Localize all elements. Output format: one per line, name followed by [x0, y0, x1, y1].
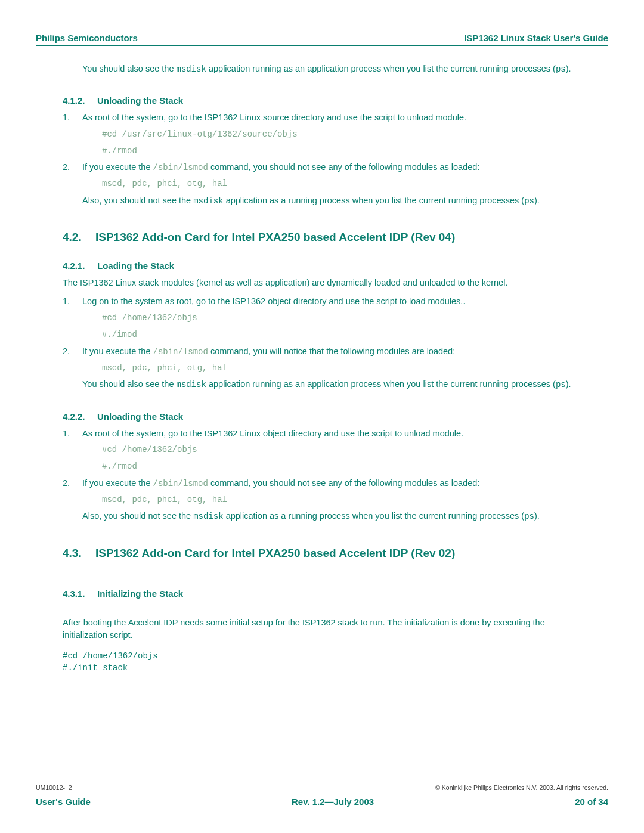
code-msdisk: msdisk [176, 64, 206, 74]
copyright: © Koninklijke Philips Electronics N.V. 2… [435, 784, 608, 791]
step-number: 1. [63, 295, 70, 308]
heading-4-3: 4.3.ISP1362 Add-on Card for Intel PXA250… [63, 547, 581, 560]
step-number: 2. [63, 161, 70, 174]
text: ). [566, 64, 571, 73]
step-text: command, you should not see any of the f… [208, 162, 479, 172]
section-number: 4.2.1. [63, 261, 97, 271]
heading-4-1-2: 4.1.2.Unloading the Stack [63, 95, 581, 106]
step-number: 2. [63, 477, 70, 490]
section-number: 4.2.2. [63, 411, 97, 422]
step-2: 2. If you execute the /sbin/lsmod comman… [63, 161, 581, 207]
code-cd: #cd /home/1362/objs [102, 312, 581, 325]
text: application running as an application pr… [206, 64, 556, 73]
section-title: Unloading the Stack [97, 411, 183, 422]
section-title: Unloading the Stack [97, 95, 183, 106]
code-lsmod: /sbin/lsmod [153, 347, 208, 357]
step-2: 2. If you execute the /sbin/lsmod comman… [63, 345, 581, 391]
code-lsmod: /sbin/lsmod [153, 163, 208, 172]
step-1: 1. As root of the system, go to the ISP1… [63, 428, 581, 473]
heading-4-2-1: 4.2.1.Loading the Stack [63, 261, 581, 271]
step-2: 2. If you execute the /sbin/lsmod comman… [63, 477, 581, 523]
footer-rule: User's Guide Rev. 1.2—July 2003 20 of 34 [36, 794, 608, 807]
footer-center: Rev. 1.2—July 2003 [292, 797, 374, 807]
footer-main-row: User's Guide Rev. 1.2—July 2003 20 of 34 [36, 797, 608, 807]
intro-4-2-1: The ISP1362 Linux stack modules (kernel … [63, 277, 581, 289]
code-modules: mscd, pdc, phci, otg, hal [102, 494, 581, 507]
step-note: Also, you should not see the msdisk appl… [82, 510, 581, 522]
code-modules: mscd, pdc, phci, otg, hal [102, 178, 581, 191]
text: You should also see the [82, 379, 176, 389]
text: Also, you should not see the [82, 196, 193, 205]
steps-4-2-2: 1. As root of the system, go to the ISP1… [63, 428, 581, 523]
header-left: Philips Semiconductors [36, 33, 138, 43]
steps-4-1-2: 1. As root of the system, go to the ISP1… [63, 112, 581, 207]
text: ). [534, 511, 540, 521]
intro-paragraph: You should also see the msdisk applicati… [82, 63, 581, 75]
text: Also, you should not see the [82, 511, 193, 521]
step-text: If you execute the [82, 162, 153, 172]
step-1: 1. As root of the system, go to the ISP1… [63, 112, 581, 157]
page-content: You should also see the msdisk applicati… [36, 63, 608, 674]
code-cd: #cd /home/1362/objs [102, 444, 581, 457]
header-right: ISP1362 Linux Stack User's Guide [464, 33, 608, 43]
text: ). [566, 379, 571, 389]
section-number: 4.3. [63, 547, 95, 560]
code-msdisk: msdisk [193, 196, 223, 206]
step-text: As root of the system, go to the ISP1362… [82, 429, 463, 438]
code-imod: #./imod [102, 329, 581, 342]
code-modules: mscd, pdc, phci, otg, hal [102, 362, 581, 375]
step-number: 2. [63, 345, 70, 358]
page-footer: UM10012-_2 © Koninklijke Philips Electro… [36, 784, 608, 807]
code-msdisk: msdisk [176, 380, 206, 389]
heading-4-2-2: 4.2.2.Unloading the Stack [63, 411, 581, 422]
code-ps: ps [556, 64, 566, 74]
intro-4-3-1: After booting the Accelent IDP needs som… [63, 617, 581, 642]
section-title: Initializing the Stack [97, 589, 183, 599]
code-rmod: #./rmod [102, 145, 581, 158]
text: You should also see the [82, 64, 176, 73]
text: application running as an application pr… [206, 379, 556, 389]
text: application as a running process when yo… [224, 511, 525, 521]
step-note: Also, you should not see the msdisk appl… [82, 194, 581, 207]
code-init-stack: #cd /home/1362/objs #./init_stack [63, 650, 581, 674]
step-number: 1. [63, 112, 70, 125]
code-ps: ps [524, 196, 534, 206]
steps-4-2-1: 1. Log on to the system as root, go to t… [63, 295, 581, 391]
footer-right: 20 of 34 [575, 797, 608, 807]
step-text: If you execute the [82, 346, 153, 356]
code-msdisk: msdisk [193, 512, 223, 521]
step-text: If you execute the [82, 478, 153, 488]
step-text: command, you should not see any of the f… [208, 478, 479, 488]
spacer [63, 577, 581, 589]
step-text: As root of the system, go to the ISP1362… [82, 113, 466, 122]
page-header: Philips Semiconductors ISP1362 Linux Sta… [36, 33, 608, 46]
code-cd: #cd /usr/src/linux-otg/1362/source/objs [102, 128, 581, 141]
footer-meta-row: UM10012-_2 © Koninklijke Philips Electro… [36, 784, 608, 792]
code-ps: ps [524, 512, 534, 521]
step-text: command, you will notice that the follow… [208, 346, 455, 356]
section-number: 4.1.2. [63, 95, 97, 106]
heading-4-3-1: 4.3.1.Initializing the Stack [63, 589, 581, 599]
step-text: Log on to the system as root, go to the … [82, 296, 465, 306]
section-title: ISP1362 Add-on Card for Intel PXA250 bas… [95, 231, 455, 243]
spacer [63, 605, 581, 617]
text: application as a running process when yo… [224, 196, 525, 205]
doc-id: UM10012-_2 [36, 784, 72, 791]
code-rmod: #./rmod [102, 460, 581, 473]
step-number: 1. [63, 428, 70, 441]
heading-4-2: 4.2.ISP1362 Add-on Card for Intel PXA250… [63, 231, 581, 244]
code-lsmod: /sbin/lsmod [153, 479, 208, 488]
step-note: You should also see the msdisk applicati… [82, 378, 581, 391]
section-number: 4.3.1. [63, 589, 97, 599]
section-number: 4.2. [63, 231, 95, 244]
section-title: ISP1362 Add-on Card for Intel PXA250 bas… [95, 547, 455, 559]
footer-left: User's Guide [36, 797, 91, 807]
code-ps: ps [556, 380, 566, 389]
section-title: Loading the Stack [97, 261, 174, 271]
step-1: 1. Log on to the system as root, go to t… [63, 295, 581, 341]
text: ). [534, 196, 540, 205]
document-page: Philips Semiconductors ISP1362 Linux Sta… [0, 0, 644, 833]
